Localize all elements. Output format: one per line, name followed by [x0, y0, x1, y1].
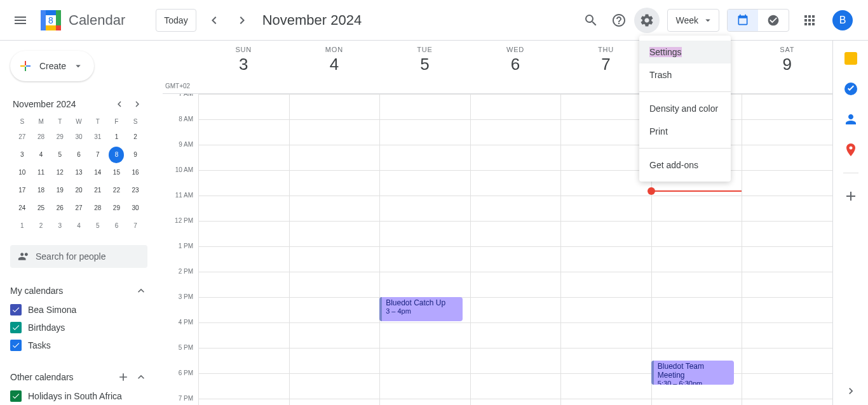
- mini-day-cell[interactable]: 10: [15, 164, 30, 181]
- mini-day-cell[interactable]: 29: [109, 200, 124, 216]
- tasks-mode-button[interactable]: [758, 10, 789, 31]
- day-header[interactable]: SUN3: [198, 41, 289, 93]
- menu-item-trash[interactable]: Trash: [639, 63, 731, 86]
- mini-day-cell[interactable]: 20: [71, 182, 86, 199]
- hour-row[interactable]: [198, 399, 832, 405]
- mini-day-cell[interactable]: 30: [128, 200, 143, 216]
- mini-day-cell[interactable]: 27: [15, 129, 30, 145]
- mini-day-cell[interactable]: 6: [71, 147, 86, 163]
- contacts-addon-button[interactable]: [843, 112, 858, 127]
- mini-day-cell[interactable]: 21: [90, 182, 105, 199]
- mini-day-cell[interactable]: 4: [71, 218, 86, 234]
- mini-day-cell[interactable]: 19: [52, 182, 67, 199]
- mini-day-cell[interactable]: 27: [71, 200, 86, 216]
- mini-day-cell[interactable]: 6: [109, 218, 124, 234]
- mini-day-cell[interactable]: 5: [90, 218, 105, 234]
- support-button[interactable]: [606, 8, 632, 33]
- day-header[interactable]: THU7: [560, 41, 651, 93]
- mini-day-cell[interactable]: 28: [34, 129, 49, 145]
- calendar-mode-button[interactable]: [728, 10, 758, 31]
- hour-row[interactable]: [198, 322, 832, 348]
- mini-day-cell[interactable]: 3: [52, 218, 67, 234]
- day-header[interactable]: WED6: [470, 41, 561, 93]
- calendar-checkbox[interactable]: [10, 390, 22, 402]
- mini-day-cell[interactable]: 14: [90, 164, 105, 181]
- calendar-item[interactable]: Birthdays: [10, 319, 147, 336]
- hour-row[interactable]: [198, 373, 832, 399]
- hour-row[interactable]: [198, 145, 832, 170]
- hour-row[interactable]: [198, 246, 832, 272]
- my-calendars-header[interactable]: My calendars: [10, 281, 147, 301]
- mini-day-cell[interactable]: 17: [15, 182, 30, 199]
- mini-day-cell[interactable]: 12: [52, 164, 67, 181]
- hour-row[interactable]: [198, 272, 832, 297]
- menu-item-print[interactable]: Print: [639, 120, 731, 143]
- mini-day-cell[interactable]: 28: [90, 200, 105, 216]
- mini-day-cell[interactable]: 3: [15, 147, 30, 163]
- calendar-event[interactable]: Bluedot Team Meeting5:30 – 6:30pm: [651, 361, 735, 385]
- mini-day-cell[interactable]: 16: [128, 164, 143, 181]
- mini-day-cell[interactable]: 23: [128, 182, 143, 199]
- mini-day-cell[interactable]: 11: [34, 164, 49, 181]
- get-addons-button[interactable]: [843, 189, 858, 204]
- create-button[interactable]: Create: [10, 51, 94, 81]
- mini-next-button[interactable]: [130, 96, 145, 112]
- calendar-checkbox[interactable]: [10, 304, 22, 315]
- search-button[interactable]: [578, 8, 604, 33]
- calendar-event[interactable]: Bluedot Catch Up3 – 4pm: [379, 297, 463, 321]
- hour-row[interactable]: [198, 196, 832, 221]
- day-header[interactable]: MON4: [289, 41, 380, 93]
- calendar-item[interactable]: Tasks: [10, 336, 147, 354]
- calendar-item[interactable]: Bea Simona: [10, 301, 147, 319]
- view-selector[interactable]: Week: [667, 9, 719, 32]
- mini-day-cell[interactable]: 13: [71, 164, 86, 181]
- calendar-checkbox[interactable]: [10, 340, 22, 351]
- hour-row[interactable]: [198, 94, 832, 119]
- menu-item-addons[interactable]: Get add-ons: [639, 154, 731, 176]
- today-button[interactable]: Today: [156, 9, 196, 32]
- mini-day-cell[interactable]: 25: [34, 200, 49, 216]
- mini-day-cell[interactable]: 31: [90, 129, 105, 145]
- mini-day-cell[interactable]: 5: [52, 147, 67, 163]
- mini-day-cell[interactable]: 8: [109, 147, 124, 163]
- calendar-checkbox[interactable]: [10, 322, 22, 333]
- main-menu-button[interactable]: [5, 5, 36, 36]
- hour-row[interactable]: [198, 348, 832, 373]
- day-header[interactable]: SAT9: [742, 41, 832, 93]
- tasks-addon-button[interactable]: [843, 81, 858, 96]
- mini-prev-button[interactable]: [112, 96, 127, 112]
- mini-day-cell[interactable]: 2: [34, 218, 49, 234]
- hour-row[interactable]: [198, 170, 832, 196]
- mini-day-cell[interactable]: 30: [71, 129, 86, 145]
- menu-item-density[interactable]: Density and color: [639, 97, 731, 120]
- hour-row[interactable]: [198, 119, 832, 145]
- mini-day-cell[interactable]: 18: [34, 182, 49, 199]
- mini-day-cell[interactable]: 2: [128, 129, 143, 145]
- plus-icon[interactable]: [117, 371, 130, 383]
- menu-item-settings[interactable]: Settings: [639, 41, 731, 63]
- search-people-input[interactable]: Search for people: [10, 245, 147, 268]
- day-header[interactable]: TUE5: [379, 41, 470, 93]
- account-avatar[interactable]: B: [832, 10, 853, 30]
- mini-day-cell[interactable]: 22: [109, 182, 124, 199]
- hour-row[interactable]: [198, 221, 832, 246]
- maps-addon-button[interactable]: [843, 142, 858, 157]
- apps-button[interactable]: [797, 8, 822, 33]
- mini-day-cell[interactable]: 26: [52, 200, 67, 216]
- logo[interactable]: 8 Calendar: [38, 8, 125, 33]
- mini-day-cell[interactable]: 7: [128, 218, 143, 234]
- mini-day-cell[interactable]: 9: [128, 147, 143, 163]
- prev-period-button[interactable]: [204, 10, 224, 30]
- other-calendars-header[interactable]: Other calendars: [10, 367, 147, 387]
- expand-panel-button[interactable]: [844, 385, 857, 397]
- mini-day-cell[interactable]: 4: [34, 147, 49, 163]
- mini-day-cell[interactable]: 29: [52, 129, 67, 145]
- mini-day-cell[interactable]: 15: [109, 164, 124, 181]
- mini-day-cell[interactable]: 1: [15, 218, 30, 234]
- calendar-item[interactable]: Holidays in South Africa: [10, 387, 147, 405]
- hour-row[interactable]: [198, 297, 832, 322]
- mini-day-cell[interactable]: 7: [90, 147, 105, 163]
- mini-day-cell[interactable]: 24: [15, 200, 30, 216]
- mini-day-cell[interactable]: 1: [109, 129, 124, 145]
- keep-addon-button[interactable]: [843, 51, 858, 66]
